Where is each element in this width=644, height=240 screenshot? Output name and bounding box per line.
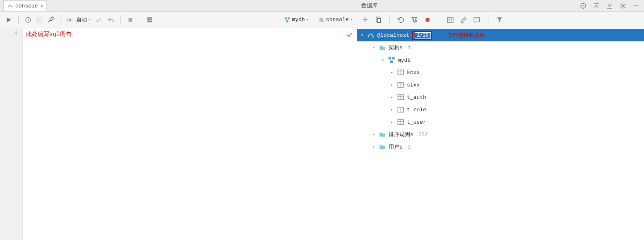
tree-users[interactable]: ▸ 用户s 3 [357,141,644,153]
tree-root-localhost[interactable]: ▾ @localhost 1/20 点击选择数据库 [357,29,644,41]
gear-icon[interactable] [619,2,627,10]
editor-content[interactable]: 此处编写sql语句 [23,28,357,240]
svg-rect-24 [390,61,393,63]
db-count-badge-highlight: 1/20 [412,31,432,40]
tree-table-label: t_role [407,107,426,113]
db-selector[interactable]: mydb ▾ [284,17,309,23]
tree-table-t_auth[interactable]: ▸ t_auth [357,91,644,103]
tree-table-t_user[interactable]: ▸ t_user [357,116,644,128]
tree-db-mydb[interactable]: ▾ mydb [357,54,644,66]
rollback-button[interactable] [106,15,115,24]
view-button[interactable] [145,15,154,24]
tree-users-count: 3 [408,144,411,150]
tab-console[interactable]: console × [3,0,47,11]
tree-root-label: @localhost [377,32,409,38]
editor-hint: 此处编写sql语句 [26,31,71,38]
editor-area[interactable]: 1 此处编写sql语句 [0,28,357,240]
run-button[interactable] [4,15,13,24]
stop-button[interactable] [126,15,135,24]
separator [18,15,19,24]
tree-users-label: 用户s [389,143,403,151]
tree-table-kcxx[interactable]: ▸ kcxx [357,66,644,79]
separator [488,15,488,24]
tree-collations[interactable]: ▸ 排序规则s 222 [357,128,644,141]
folder-icon [379,143,386,151]
schema-icon [284,17,290,23]
separator [439,15,439,24]
tree-schemas[interactable]: ▾ 架构s 1 [357,41,644,54]
database-toolbar: QL [357,12,644,28]
table-icon [397,69,404,76]
chevron-right-icon: ▸ [389,82,394,87]
separator [120,15,121,24]
filter-icon[interactable] [496,16,503,24]
svg-point-21 [372,36,374,38]
separator [60,15,60,24]
chevron-down-icon: ▾ [371,45,376,50]
tx-mode-value: 自动 [76,16,87,24]
copy-button[interactable] [375,16,382,24]
chevron-down-icon: ▾ [307,17,309,22]
chevron-down-icon: ▾ [380,58,385,62]
svg-rect-17 [426,18,430,22]
db-count-badge[interactable]: 1/20 [415,32,431,39]
tree-table-slxx[interactable]: ▸ slxx [357,79,644,91]
chevron-right-icon: ▸ [389,95,394,100]
svg-rect-1 [129,18,132,22]
editor-panel: console × p Tx: 自动 ▾ [0,0,357,240]
separator [140,15,140,24]
collapse-up-icon[interactable] [593,2,600,10]
svg-rect-7 [286,20,288,22]
commit-button[interactable] [94,15,103,24]
line-number: 1 [0,31,18,37]
svg-rect-3 [147,19,152,20]
svg-rect-2 [147,17,152,19]
tree-schemas-count: 1 [408,45,411,51]
console-selector[interactable]: console ▾ [319,17,353,23]
folder-icon [379,131,386,138]
close-icon[interactable]: × [41,3,44,10]
table-view-icon[interactable] [447,16,454,24]
chevron-right-icon: ▸ [371,132,376,137]
edit-icon[interactable] [460,16,467,24]
tree-collations-label: 排序规则s [389,131,413,138]
table-icon [397,106,404,113]
filter-settings-icon[interactable] [411,16,418,24]
svg-rect-15 [377,18,381,23]
stop-button[interactable] [424,16,431,24]
sql-icon[interactable]: QL [473,16,481,24]
wrench-icon[interactable] [46,15,55,24]
chevron-down-icon: ▾ [360,33,365,38]
minimize-icon[interactable] [632,2,640,10]
svg-point-11 [583,5,584,6]
svg-point-12 [622,5,624,7]
tree-table-label: slxx [407,82,420,88]
svg-point-16 [415,20,417,22]
tree-table-t_role[interactable]: ▸ t_role [357,103,644,116]
database-tree: ▾ @localhost 1/20 点击选择数据库 ▾ 架构s 1 ▾ mydb… [357,28,644,240]
editor-toolbar: p Tx: 自动 ▾ mydb ▾ [0,12,357,28]
svg-rect-6 [288,17,290,19]
database-panel: 数据库 QL ▾ @localhost 1/20 点击选择数 [357,0,644,240]
svg-rect-13 [634,5,639,6]
chevron-right-icon: ▸ [389,120,394,125]
database-panel-title: 数据库 [361,2,579,10]
table-icon [397,94,404,101]
tree-schemas-label: 架构s [389,44,403,51]
param-button[interactable]: p [36,17,43,23]
history-button[interactable] [24,15,33,24]
tab-label: console [15,3,38,9]
datasource-icon [319,17,324,23]
collapse-down-icon[interactable] [606,2,613,10]
svg-rect-5 [285,17,287,19]
tree-collations-count: 222 [418,132,428,138]
annotation-text: 点击选择数据库 [447,31,485,39]
chevron-down-icon: ▾ [89,17,91,22]
refresh-button[interactable] [397,16,405,24]
target-icon[interactable] [579,2,587,10]
add-button[interactable] [361,16,369,24]
svg-rect-18 [447,17,453,22]
checkmark-icon [346,31,353,38]
tx-mode-dropdown[interactable]: 自动 ▾ [76,16,91,24]
chevron-right-icon: ▸ [389,107,394,112]
